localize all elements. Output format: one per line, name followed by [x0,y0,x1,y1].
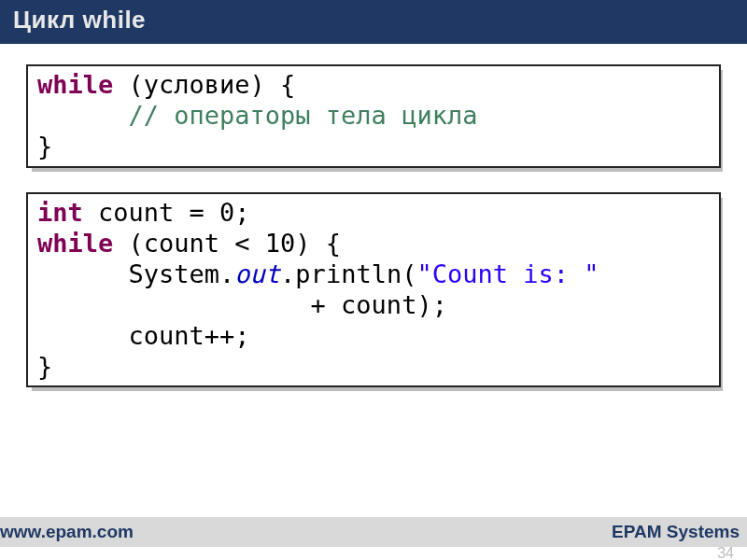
code-text: (условие) { [113,70,295,99]
field-out: out [234,259,280,288]
content-area: while (условие) { // операторы тела цикл… [0,44,747,387]
footer-url: www.epam.com [0,522,134,542]
code-block-2: int count = 0; while (count < 10) { Syst… [26,192,721,388]
code-text: } [37,352,52,381]
code-text: count++; [37,321,250,350]
footer-brand: EPAM Systems [612,522,740,542]
code-text: + count); [37,290,447,319]
code-block-1-wrap: while (условие) { // операторы тела цикл… [26,64,721,168]
keyword-while: while [37,70,113,99]
code-block-1: while (условие) { // операторы тела цикл… [26,64,721,168]
comment-line: // операторы тела цикла [37,101,477,130]
code-block-2-wrap: int count = 0; while (count < 10) { Syst… [26,192,721,388]
code-text: } [37,132,52,161]
string-literal: "Count is: " [416,259,599,288]
code-text: System. [37,259,234,288]
code-text: (count < 10) { [113,229,341,258]
header-bar: Цикл while [0,0,747,44]
keyword-int: int [37,198,83,227]
slide: Цикл while while (условие) { // оператор… [0,0,747,560]
code-text: .println( [280,259,416,288]
slide-title: Цикл while [13,6,734,35]
code-text: count = 0; [83,198,250,227]
page-number: 34 [717,545,734,560]
footer-bar: www.epam.com EPAM Systems [0,517,747,547]
keyword-while: while [37,229,113,258]
